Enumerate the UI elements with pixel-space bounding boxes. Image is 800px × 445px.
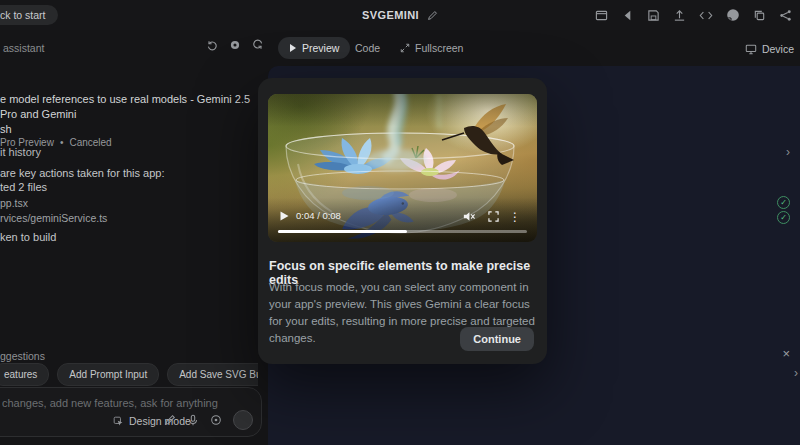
toolbar: assistant Preview Code Fullscreen: [0, 30, 800, 66]
refresh-icon[interactable]: [252, 39, 264, 51]
continue-button[interactable]: Continue: [460, 327, 534, 351]
video-menu-icon[interactable]: ⋮: [509, 211, 521, 223]
sidebar-header-icons: [206, 39, 264, 51]
topbar-icon-row: [595, 0, 792, 30]
edit-title-icon[interactable]: [427, 10, 438, 21]
cursor-icon: [113, 416, 124, 427]
assistant-label: assistant: [3, 42, 44, 54]
muted-volume-icon[interactable]: [463, 211, 475, 222]
play-icon: [289, 44, 297, 52]
device-label: Device: [762, 43, 794, 55]
video-fullscreen-icon[interactable]: [488, 211, 499, 222]
files-summary-text: ted 2 files: [0, 181, 47, 193]
suggestion-chip[interactable]: Add Prompt Input: [57, 363, 159, 386]
share-icon[interactable]: [779, 9, 792, 22]
tutorial-video-player[interactable]: 0:04 / 0:08 ⋮: [268, 94, 537, 242]
save-icon[interactable]: [647, 9, 660, 22]
edit-history-label: it history: [0, 146, 41, 158]
undo-icon[interactable]: [206, 39, 218, 51]
chat-message-line2: sh: [0, 122, 258, 137]
input-icon-row: [164, 410, 253, 430]
pen-icon[interactable]: [164, 414, 176, 426]
mic-icon[interactable]: [187, 414, 199, 426]
tab-preview[interactable]: Preview: [278, 37, 350, 59]
expand-icon: [400, 43, 410, 53]
tab-fullscreen-label: Fullscreen: [415, 42, 463, 54]
chips-scroll-arrow[interactable]: ›: [794, 366, 798, 380]
actions-intro-text: are key actions taken for this app:: [0, 167, 164, 179]
device-button[interactable]: Device: [745, 39, 794, 59]
suggestion-chips: eatures Add Prompt Input Add Save SVG Bu…: [0, 362, 258, 386]
tab-preview-label: Preview: [302, 42, 339, 54]
file-name: pp.tsx: [0, 197, 28, 209]
top-bar: ck to start SVGEMINI: [0, 0, 800, 30]
suggestion-chip[interactable]: Add Save SVG Button: [167, 363, 258, 386]
copy-icon[interactable]: [753, 9, 766, 22]
back-to-start-label: ck to start: [0, 9, 46, 21]
send-button[interactable]: [233, 410, 253, 430]
build-note-text: ken to build: [0, 231, 56, 243]
chat-message-line1: e model references to use real models - …: [0, 92, 258, 122]
back-icon[interactable]: [621, 9, 634, 22]
chat-message: e model references to use real models - …: [0, 92, 258, 137]
tab-fullscreen[interactable]: Fullscreen: [400, 42, 463, 54]
video-play-icon[interactable]: [280, 211, 289, 221]
video-progress-track[interactable]: [278, 230, 527, 233]
app-window: ck to start SVGEMINI: [0, 0, 800, 445]
tab-code[interactable]: Code: [355, 42, 380, 54]
check-icon: ✓: [777, 196, 790, 209]
check-icon: ✓: [777, 211, 790, 224]
video-timestamp: 0:04 / 0:08: [296, 210, 341, 221]
close-icon[interactable]: ×: [782, 347, 790, 360]
upload-icon[interactable]: [673, 9, 686, 22]
suggestions-title: ggestions: [0, 350, 45, 362]
back-to-start-button[interactable]: ck to start: [0, 5, 58, 25]
monitor-icon: [745, 43, 757, 55]
prompt-input-container: Design mode: [0, 387, 262, 437]
github-icon[interactable]: [726, 8, 740, 22]
focus-mode-dialog: 0:04 / 0:08 ⋮ Focus on specific elements…: [258, 78, 547, 364]
settings-icon[interactable]: [210, 414, 222, 426]
title-area: SVGEMINI: [362, 0, 438, 30]
video-progress-fill: [278, 230, 407, 233]
file-name: rvices/geminiService.ts: [0, 212, 107, 224]
gear-icon[interactable]: [229, 39, 241, 51]
suggestion-chip[interactable]: eatures: [0, 363, 49, 386]
chevron-right-icon: ›: [786, 145, 790, 159]
window-icon[interactable]: [595, 9, 608, 22]
code-icon[interactable]: [699, 9, 713, 22]
page-title: SVGEMINI: [362, 9, 419, 21]
